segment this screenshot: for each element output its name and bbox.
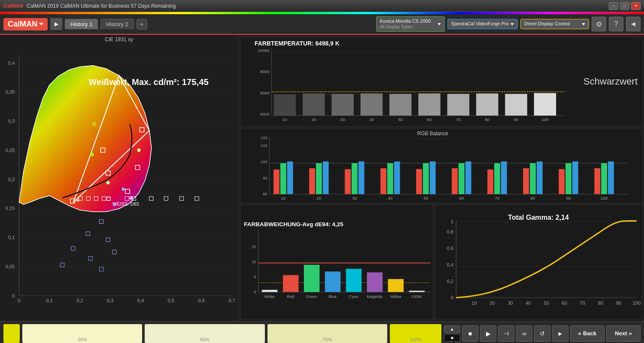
temp-bar-3 xyxy=(331,94,354,116)
nav-play-button[interactable]: ▶ xyxy=(480,325,496,342)
device3-line1: Direct Display Control xyxy=(524,21,570,27)
back-nav-button[interactable]: ◄ xyxy=(626,17,641,31)
svg-text:0,4: 0,4 xyxy=(137,298,144,303)
svg-text:0: 0 xyxy=(451,295,453,300)
svg-text:100: 100 xyxy=(261,160,267,164)
rgb-r-6 xyxy=(452,168,458,194)
device3-dropdown[interactable]: Direct Display Control xyxy=(520,19,589,29)
tab-history1[interactable]: History 1 xyxy=(65,19,98,29)
svg-text:0,3: 0,3 xyxy=(8,118,15,124)
color-temp-container: FARBTEMPERATUR: 6498,9 K 4000 6000 8000 … xyxy=(240,36,642,127)
svg-text:90: 90 xyxy=(616,301,621,306)
rgb-g-8 xyxy=(530,163,536,194)
nav-stop-button[interactable]: ■ xyxy=(462,325,478,342)
device1-line1: Konica Minolta CS-2000 xyxy=(380,18,431,24)
rgb-g-5 xyxy=(423,163,429,194)
cie-main-label: Weißwert, Max. cd/m²: 175,45 xyxy=(88,77,208,87)
svg-text:5: 5 xyxy=(254,275,256,279)
svg-text:100: 100 xyxy=(541,117,549,122)
cie-dot-7 xyxy=(137,149,140,152)
rgb-g-4 xyxy=(387,163,393,194)
svg-text:30: 30 xyxy=(507,301,513,306)
rgb-b-8 xyxy=(537,161,543,194)
tab-history2[interactable]: History 2 xyxy=(100,19,134,29)
svg-rect-73 xyxy=(240,218,433,305)
svg-text:0,1: 0,1 xyxy=(46,298,52,303)
color-dev-svg: FARBABWEICHUNG-Avg dE94: 4,25 0 5 10 15 xyxy=(240,205,433,319)
nav-play-button[interactable]: ▶ xyxy=(50,18,62,30)
svg-text:30: 30 xyxy=(340,117,346,122)
device2-dropdown[interactable]: SpectraCal VideoForge Pro xyxy=(447,19,518,29)
title-bar: CalMAN CalMAN 2019 CalMAN Ultimate for B… xyxy=(0,0,644,12)
svg-text:0: 0 xyxy=(12,294,15,299)
svg-text:10: 10 xyxy=(283,117,288,122)
bottom-bar: 25% 50% 75% 100% ▲ ■ ■ ▶ ⊣ ∞ ↺ ► « Back … xyxy=(0,321,644,343)
svg-text:0,3: 0,3 xyxy=(107,298,113,303)
svg-text:0,6: 0,6 xyxy=(198,298,204,303)
device2-line1: SpectraCal VideoForge Pro xyxy=(451,21,509,27)
nav-forward-button[interactable]: ► xyxy=(552,325,568,342)
svg-text:60: 60 xyxy=(459,196,464,200)
temp-bar-9 xyxy=(505,94,527,116)
temp-bar-2 xyxy=(303,94,325,116)
cie-canvas-wrapper: 0 0,05 0,1 0,15 0,2 0,25 0,3 0,35 0,4 0 … xyxy=(2,43,236,318)
tab-add-button[interactable]: + xyxy=(137,19,148,30)
svg-text:40: 40 xyxy=(526,301,531,306)
svg-text:30: 30 xyxy=(352,196,357,200)
settings-button[interactable]: ⚙ xyxy=(592,17,606,31)
help-button[interactable]: ? xyxy=(609,17,623,31)
svg-text:0,2: 0,2 xyxy=(76,298,83,303)
swatch-25[interactable]: 25% xyxy=(22,324,142,343)
nav-loop-button[interactable]: ∞ xyxy=(516,325,532,342)
svg-text:80: 80 xyxy=(531,196,535,200)
svg-text:8000: 8000 xyxy=(260,69,270,74)
window-title: CalMAN 2019 CalMAN Ultimate for Business… xyxy=(27,3,609,9)
nav-black-button[interactable]: ■ xyxy=(444,334,460,342)
rgb-r-7 xyxy=(487,170,493,194)
svg-text:70: 70 xyxy=(456,117,461,122)
svg-text:10: 10 xyxy=(281,196,286,200)
svg-text:40: 40 xyxy=(388,196,392,200)
cie-dot-1 xyxy=(90,153,94,156)
nav-up-button[interactable]: ▲ xyxy=(444,325,460,333)
minimize-button[interactable]: ─ xyxy=(609,2,618,10)
next-button[interactable]: Next » xyxy=(606,325,641,342)
calman-logo[interactable]: CalMAN xyxy=(3,18,48,30)
swatch-100[interactable]: 100% xyxy=(390,324,441,343)
svg-text:Yellow: Yellow xyxy=(390,294,401,299)
back-button[interactable]: « Back xyxy=(570,325,605,342)
rgb-r-5 xyxy=(416,169,422,194)
svg-text:90: 90 xyxy=(514,117,519,122)
temp-bar-8 xyxy=(476,94,498,116)
restore-button[interactable]: □ xyxy=(620,2,629,10)
svg-text:60: 60 xyxy=(562,301,567,306)
svg-text:80: 80 xyxy=(485,117,490,122)
cie-dot-4 xyxy=(76,198,79,202)
device1-dropdown[interactable]: Konica Minolta CS-2000 All Display Types xyxy=(376,16,445,31)
next-arrows: » xyxy=(629,330,632,337)
nav-refresh-button[interactable]: ↺ xyxy=(534,325,550,342)
svg-text:20: 20 xyxy=(311,117,316,122)
swatch-75[interactable]: 75% xyxy=(267,324,387,343)
cie-diagram-svg: 0 0,05 0,1 0,15 0,2 0,25 0,3 0,35 0,4 0 … xyxy=(2,43,236,318)
svg-text:0,5: 0,5 xyxy=(168,298,174,303)
swatch-50[interactable]: 50% xyxy=(145,324,264,343)
swatch-accent[interactable] xyxy=(3,324,20,343)
dev-bar-green xyxy=(304,265,319,292)
svg-text:White: White xyxy=(264,294,275,299)
svg-text:Cyan: Cyan xyxy=(349,294,358,299)
cie-dot-5 xyxy=(113,203,116,206)
svg-text:60: 60 xyxy=(427,117,432,122)
device1-dropdown-arrow xyxy=(437,23,441,25)
svg-text:0,7: 0,7 xyxy=(228,298,235,303)
svg-text:90: 90 xyxy=(263,176,267,180)
temp-bar-5 xyxy=(389,94,412,116)
svg-text:Magenta: Magenta xyxy=(367,294,383,299)
svg-text:0,05: 0,05 xyxy=(6,264,15,269)
back-arrows: « xyxy=(578,330,581,337)
color-temp-chart: FARBTEMPERATUR: 6498,9 K 4000 6000 8000 … xyxy=(240,37,579,126)
nav-step-button[interactable]: ⊣ xyxy=(498,325,514,342)
svg-text:0,1: 0,1 xyxy=(8,235,15,240)
color-temp-title: FARBTEMPERATUR: 6498,9 K xyxy=(255,40,340,47)
close-button[interactable]: ✕ xyxy=(631,2,641,10)
